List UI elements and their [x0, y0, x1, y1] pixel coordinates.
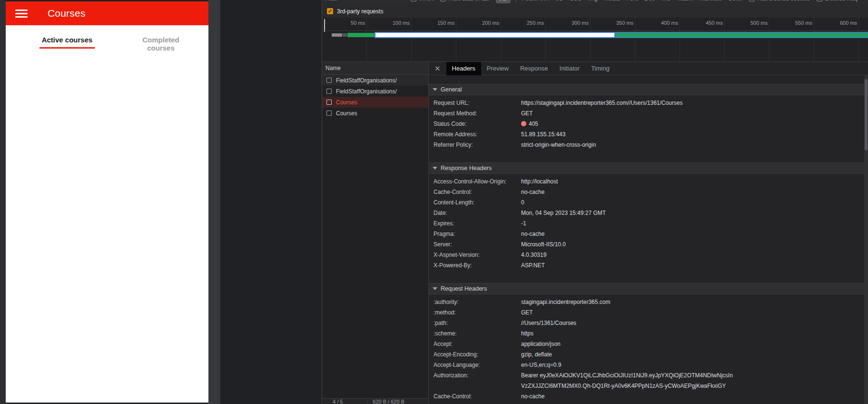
header-row: :method: GET	[429, 307, 868, 318]
network-overview-timeline[interactable]: 50 ms 100 ms 150 ms 200 ms 250 ms 300 ms…	[322, 18, 868, 62]
invert-checkbox[interactable]	[411, 0, 416, 1]
header-value: en-US,en;q=0.9	[521, 360, 736, 370]
header-value: Mon, 04 Sep 2023 15:49:27 GMT	[521, 208, 736, 218]
filter-type-css[interactable]: CSS	[570, 0, 582, 2]
section-title: Response Headers	[441, 165, 492, 172]
header-name: Remote Address:	[429, 129, 521, 140]
network-status-bar: 4 / 5 requests 620 B / 620 B transferred	[322, 398, 428, 404]
name-column-header[interactable]: Name	[322, 62, 428, 75]
tab-initiator[interactable]: Initiator	[554, 62, 586, 75]
header-row: Server: Microsoft-IIS/10.0	[429, 239, 868, 250]
third-party-label[interactable]: 3rd-party requests	[337, 8, 383, 15]
header-row: Cache-Control: no-cache	[429, 187, 868, 197]
blocked-requests-label[interactable]: Blocked Req	[825, 0, 858, 2]
waterfall-bar-waiting	[375, 33, 614, 37]
header-name: Content-Length:	[429, 197, 521, 208]
tab-active-courses[interactable]: Active courses	[39, 36, 95, 44]
header-name: :path:	[429, 318, 521, 328]
request-details-panel: ✕ Headers Preview Response Initiator Tim…	[429, 62, 868, 404]
header-row: Request URL: https://stagingapi.incident…	[429, 98, 868, 108]
header-name: Access-Control-Allow-Origin:	[429, 176, 521, 187]
filter-type-js[interactable]: JS	[556, 0, 563, 2]
header-row: :authority: stagingapi.incidentreporter3…	[429, 297, 868, 307]
header-row: Request Method: GET	[429, 108, 868, 119]
window-edge-strip	[0, 0, 6, 404]
waterfall-bar-gray	[332, 33, 342, 37]
header-name: Request Method:	[429, 108, 521, 119]
tab-completed-courses[interactable]: Completed courses	[130, 36, 191, 52]
tab-response[interactable]: Response	[514, 62, 554, 75]
header-name: Content-Type:	[429, 402, 521, 404]
tick-label: 200 ms	[457, 20, 499, 26]
header-value: 0	[521, 197, 736, 208]
header-row: Cache-Control: no-cache	[429, 391, 868, 402]
header-name: Cache-Control:	[429, 391, 521, 402]
filter-type-img[interactable]: Img	[588, 0, 597, 2]
filter-type-fetch-xhr[interactable]: Fetch/XHR	[522, 0, 550, 2]
filter-type-other[interactable]: Other	[728, 0, 742, 2]
hamburger-menu-icon[interactable]	[15, 10, 28, 18]
header-row: Access-Control-Allow-Origin: http://loca…	[429, 176, 868, 187]
header-value: strict-origin-when-cross-origin	[521, 140, 736, 150]
request-row[interactable]: FieldStaffOrganisations/	[322, 75, 428, 86]
section-header[interactable]: Request Headers	[429, 283, 868, 294]
page-title: Courses	[48, 8, 86, 19]
tab-timing[interactable]: Timing	[585, 62, 615, 75]
row-checkbox[interactable]	[326, 100, 332, 105]
filter-type-ws[interactable]: WS	[661, 0, 671, 2]
header-value: no-cache	[521, 391, 736, 402]
tick-label: 100 ms	[368, 20, 410, 26]
filter-input[interactable]: Filter	[325, 0, 411, 2]
header-name: :scheme:	[429, 328, 521, 339]
scrollbar-thumb[interactable]	[865, 79, 868, 151]
request-row-selected[interactable]: Courses	[322, 97, 428, 108]
row-checkbox[interactable]	[326, 111, 332, 116]
filter-type-wasm[interactable]: Wasm	[677, 0, 693, 2]
header-row: Accept-Encoding: gzip, deflate	[429, 349, 868, 360]
active-tab-underline	[39, 47, 95, 49]
header-name: Pragma:	[429, 229, 521, 239]
request-name: FieldStaffOrganisations/	[336, 88, 397, 95]
header-row: Authorization: Bearer eyJ0eXAiOiJKV1QiLC…	[429, 370, 868, 391]
header-value: 405	[521, 119, 736, 129]
section-header[interactable]: Response Headers	[429, 162, 868, 174]
details-scrollbar[interactable]	[864, 75, 868, 404]
tick-label: 350 ms	[592, 20, 633, 26]
tick-label: 50 ms	[323, 20, 365, 26]
tick-label: 150 ms	[413, 20, 454, 26]
section-header[interactable]: General	[429, 84, 868, 95]
hide-data-urls-checkbox[interactable]	[440, 0, 446, 1]
filter-all-pill[interactable]: All	[496, 0, 511, 3]
hide-data-urls-label[interactable]: Hide data URLs	[449, 0, 489, 2]
tab-headers[interactable]: Headers	[446, 62, 481, 75]
has-blocked-cookies-label[interactable]: Has blocked cookies	[758, 0, 810, 2]
row-checkbox[interactable]	[326, 78, 332, 83]
tab-preview[interactable]: Preview	[481, 62, 514, 75]
request-row[interactable]: Courses	[322, 108, 428, 119]
header-row: Content-Type: application/json	[429, 402, 868, 404]
invert-label[interactable]: Invert	[419, 0, 434, 2]
header-value-authorization: Bearer eyJ0eXAiOiJKV1QiLCJhbGciOiJIUzI1N…	[521, 370, 736, 391]
filter-type-font[interactable]: Font	[626, 0, 638, 2]
filter-type-doc[interactable]: Doc	[644, 0, 654, 2]
has-blocked-cookies-checkbox[interactable]	[749, 0, 755, 1]
header-value: application/json	[521, 339, 736, 349]
status-error-dot-icon	[521, 121, 526, 126]
section-title: General	[441, 86, 462, 93]
third-party-checkbox[interactable]: ✓	[327, 8, 333, 14]
filter-type-manifest[interactable]: Manifest	[700, 0, 721, 2]
header-row: :scheme: https	[429, 328, 868, 339]
request-row[interactable]: FieldStaffOrganisations/	[322, 86, 428, 97]
request-name: Courses	[336, 99, 357, 106]
close-icon[interactable]: ✕	[429, 64, 446, 73]
header-value: https://stagingapi.incidentreporter365.c…	[521, 98, 736, 108]
tick-label: 550 ms	[770, 20, 812, 26]
network-filter-toolbar: Filter Invert Hide data URLs All Fetch/X…	[322, 0, 868, 5]
requests-count: 4 / 5 requests	[333, 399, 363, 404]
row-checkbox[interactable]	[326, 89, 332, 94]
tick-label: 300 ms	[547, 20, 589, 26]
header-row: Pragma: no-cache	[429, 229, 868, 239]
filter-type-media[interactable]: Media	[604, 0, 620, 2]
blocked-requests-checkbox[interactable]	[817, 0, 822, 1]
request-name: FieldStaffOrganisations/	[336, 77, 397, 84]
